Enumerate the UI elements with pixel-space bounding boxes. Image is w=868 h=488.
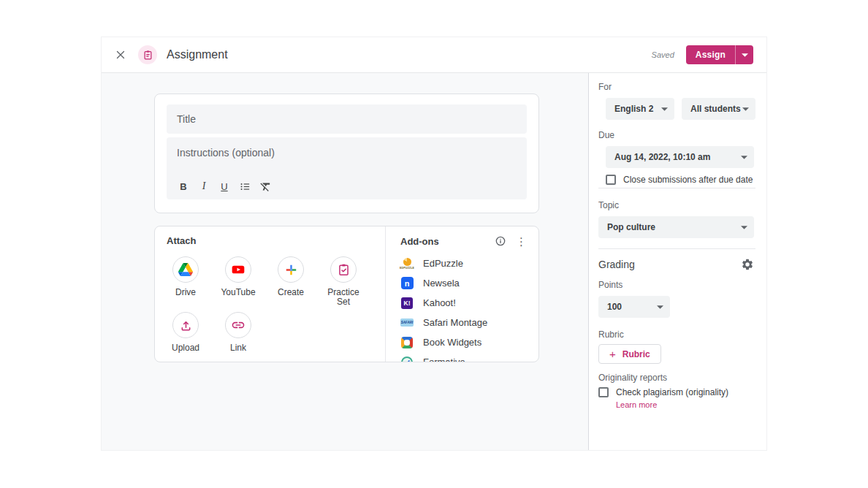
bold-button[interactable]: B [177, 180, 190, 193]
attach-title: Attach [167, 235, 385, 246]
clear-formatting-button[interactable] [259, 180, 272, 193]
info-icon [495, 235, 506, 247]
originality-reports-label: Originality reports [598, 373, 755, 383]
kahoot-icon: K! [400, 297, 414, 310]
clear-formatting-icon [259, 180, 272, 193]
link-icon [225, 312, 251, 338]
addon-safari-montage[interactable]: SAFARI Safari Montage [400, 313, 527, 332]
class-select[interactable]: English 2 [606, 98, 674, 120]
points-label: Points [598, 280, 755, 290]
assign-dropdown-button[interactable] [735, 45, 753, 64]
safari-montage-icon: SAFARI [400, 316, 414, 329]
check-plagiarism-checkbox[interactable]: Check plagiarism (originality) [598, 387, 755, 397]
addon-kahoot[interactable]: K! Kahoot! [400, 293, 527, 313]
attach-upload-button[interactable]: Upload [159, 312, 212, 362]
assign-button[interactable]: Assign [686, 45, 735, 64]
close-button[interactable] [114, 48, 127, 61]
learn-more-link[interactable]: Learn more [616, 400, 657, 409]
topic-label: Topic [598, 200, 755, 210]
page-title: Assignment [167, 48, 228, 61]
attach-link-button[interactable]: Link [212, 312, 264, 362]
checkbox-box [598, 387, 609, 397]
instructions-input[interactable]: Instructions (optional) B I U [167, 137, 527, 199]
addons-list: EDPUZZLE EdPuzzle n Newsela K! Kahoot! [400, 253, 527, 362]
students-select[interactable]: All students [682, 98, 755, 120]
youtube-icon [225, 256, 251, 283]
bulleted-list-button[interactable] [238, 180, 251, 193]
addons-more-button[interactable]: ⋮ [516, 236, 527, 247]
addon-book-widgets[interactable]: Book Widgets [400, 332, 527, 352]
for-label: For [598, 82, 755, 92]
addons-info-button[interactable] [495, 235, 506, 247]
upload-icon [172, 312, 199, 338]
addon-newsela[interactable]: n Newsela [400, 273, 527, 293]
chevron-down-icon [741, 226, 747, 229]
chevron-down-icon [741, 156, 747, 159]
instructions-placeholder: Instructions (optional) [177, 147, 275, 159]
main-area: Title Instructions (optional) B I U [102, 73, 588, 450]
book-widgets-icon [400, 336, 414, 349]
chevron-down-icon [742, 53, 748, 57]
assign-split-button: Assign [686, 45, 753, 64]
attach-tiles: Drive YouTube [159, 256, 375, 362]
underline-button[interactable]: U [218, 180, 231, 193]
bulleted-list-icon [239, 180, 251, 193]
saved-status: Saved [652, 50, 674, 59]
formative-icon [400, 356, 414, 362]
section-divider [598, 248, 755, 249]
drive-icon [172, 256, 199, 283]
edpuzzle-icon: EDPUZZLE [400, 257, 414, 270]
add-rubric-button[interactable]: + Rubric [598, 344, 661, 364]
editor-card: Title Instructions (optional) B I U [154, 94, 539, 213]
close-icon [114, 48, 127, 61]
grading-settings-button[interactable] [739, 258, 755, 271]
close-submissions-checkbox[interactable]: Close submissions after due date [606, 175, 755, 185]
chevron-down-icon [657, 305, 663, 309]
addon-formative[interactable]: Formative [400, 352, 527, 362]
addons-title: Add-ons [400, 236, 439, 247]
attach-panel: Attach [155, 226, 385, 362]
addon-edpuzzle[interactable]: EDPUZZLE EdPuzzle [400, 253, 527, 273]
chevron-down-icon [661, 107, 668, 111]
formatting-toolbar: B I U [177, 180, 272, 193]
points-select[interactable]: 100 [598, 296, 670, 318]
gear-icon [741, 258, 754, 271]
section-divider [598, 188, 755, 188]
addons-panel: Add-ons ⋮ EDPUZZLE EdPuzzle [386, 226, 538, 362]
assignment-modal: Assignment Saved Assign Title Instructio… [101, 37, 767, 451]
rubric-label: Rubric [598, 329, 755, 340]
attach-youtube-button[interactable]: YouTube [212, 256, 264, 312]
plus-icon: + [609, 348, 616, 359]
assignment-icon [138, 45, 157, 64]
italic-button[interactable]: I [197, 180, 210, 193]
checkbox-box [606, 175, 616, 185]
topbar: Assignment Saved Assign [102, 37, 766, 73]
topic-select[interactable]: Pop culture [598, 216, 754, 238]
attach-drive-button[interactable]: Drive [159, 256, 212, 312]
chevron-down-icon [742, 107, 749, 111]
settings-sidebar: For English 2 All students Due Aug 14, 2… [589, 73, 766, 450]
due-label: Due [598, 130, 755, 140]
create-icon [278, 256, 304, 283]
title-placeholder: Title [177, 113, 196, 125]
attach-create-button[interactable]: Create [264, 256, 317, 312]
newsela-icon: n [400, 277, 414, 290]
attach-addons-card: Attach [154, 226, 539, 362]
practice-set-icon [330, 256, 357, 283]
title-input[interactable]: Title [167, 104, 527, 134]
attach-practice-set-button[interactable]: Practice Set [317, 256, 370, 312]
due-select[interactable]: Aug 14, 2022, 10:10 am [606, 146, 754, 168]
grading-heading: Grading [598, 259, 635, 270]
